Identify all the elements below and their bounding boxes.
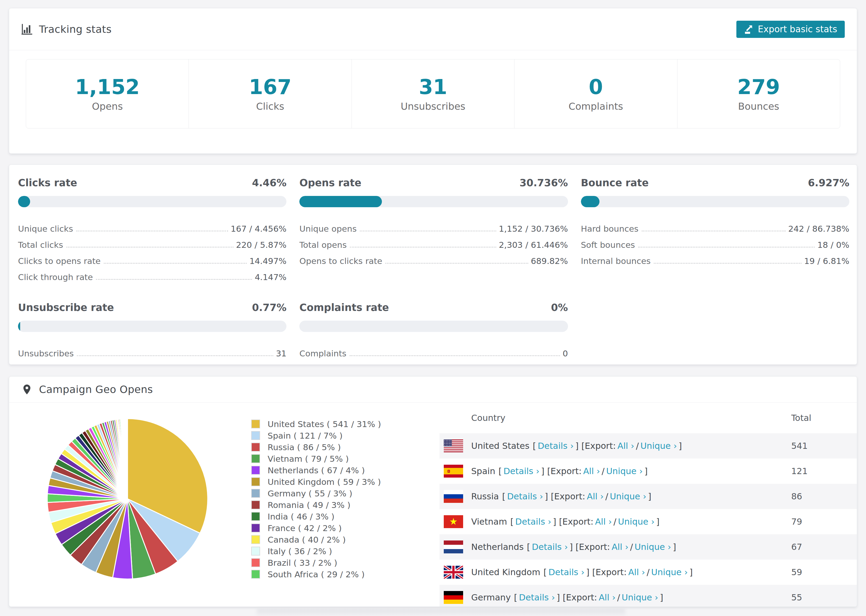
stat-label: Unsubscribes — [401, 101, 466, 112]
legend-item[interactable]: Netherlands ( 67 / 4% ) — [251, 464, 439, 476]
geo-content: United States ( 541 / 31% )Spain ( 121 /… — [9, 402, 857, 607]
rate-row-label: Internal bounces — [581, 256, 651, 266]
rate-row-value: 689.82% — [531, 256, 568, 266]
ru-flag-icon — [444, 490, 463, 503]
details-link[interactable]: Details › — [519, 592, 555, 603]
geo-pie-wrap — [23, 402, 232, 582]
stat-label: Clicks — [256, 101, 284, 112]
table-row: Netherlands[Details ›] [Export:All ›/Uni… — [439, 534, 857, 559]
geo-opens-header: Campaign Geo Opens — [9, 377, 857, 402]
legend-item[interactable]: Romania ( 49 / 3% ) — [251, 499, 439, 511]
stat-label: Complaints — [568, 101, 623, 112]
legend-label: Brazil ( 33 / 2% ) — [268, 558, 337, 567]
legend-label: United Kingdom ( 59 / 3% ) — [268, 477, 381, 487]
legend-item[interactable]: Canada ( 40 / 2% ) — [251, 534, 439, 545]
dotted-leader — [350, 247, 496, 248]
legend-label: Germany ( 55 / 3% ) — [268, 489, 352, 498]
progress-bar-fill — [18, 321, 20, 332]
export-all-link[interactable]: All › — [595, 517, 612, 527]
legend-swatch — [251, 489, 260, 498]
tracking-stats-header: Tracking stats Export basic stats — [9, 8, 857, 50]
export-unique-link[interactable]: Unique › — [622, 592, 658, 603]
legend-item[interactable]: United States ( 541 / 31% ) — [251, 418, 439, 430]
progress-bar-track — [299, 196, 568, 207]
export-unique-link[interactable]: Unique › — [606, 466, 643, 476]
dotted-leader — [654, 263, 801, 264]
geo-table-header: Country Total — [439, 402, 857, 433]
legend-label: India ( 46 / 3% ) — [268, 512, 335, 522]
legend-item[interactable]: Germany ( 55 / 3% ) — [251, 487, 439, 499]
rate-row-label: Opens to clicks rate — [299, 256, 382, 266]
dotted-leader — [77, 355, 273, 356]
rate-row-label: Soft bounces — [581, 240, 635, 250]
legend-swatch — [251, 431, 260, 440]
tracking-stats-card: Tracking stats Export basic stats 1,152O… — [9, 8, 857, 154]
rate-title: Clicks rate — [18, 177, 77, 189]
legend-item[interactable]: United Kingdom ( 59 / 3% ) — [251, 476, 439, 487]
export-unique-link[interactable]: Unique › — [618, 517, 655, 527]
geo-legend: United States ( 541 / 31% )Spain ( 121 /… — [232, 402, 439, 580]
export-unique-link[interactable]: Unique › — [651, 567, 688, 577]
rate-block: Complaints rate0%Complaints0 — [299, 302, 568, 359]
legend-swatch — [251, 523, 260, 533]
legend-label: Italy ( 36 / 2% ) — [268, 546, 332, 556]
progress-bar-fill — [18, 196, 30, 207]
export-all-link[interactable]: All › — [583, 466, 600, 476]
below-fold-element — [257, 608, 625, 616]
progress-bar-track — [18, 196, 287, 207]
rate-title: Opens rate — [299, 177, 361, 189]
rate-row: Total clicks220 / 5.87% — [18, 234, 287, 250]
legend-swatch — [251, 558, 260, 567]
legend-swatch — [251, 512, 260, 521]
rate-block-header: Bounce rate6.927% — [581, 177, 849, 189]
rate-block: Unsubscribe rate0.77%Unsubscribes31 — [18, 302, 287, 359]
geo-table: Country Total United States[Details ›] [… — [439, 402, 857, 607]
details-link[interactable]: Details › — [504, 466, 540, 476]
export-all-link[interactable]: All › — [587, 491, 604, 501]
legend-item[interactable]: India ( 46 / 3% ) — [251, 511, 439, 522]
table-row: United Kingdom[Details ›] [Export:All ›/… — [439, 559, 857, 585]
total-cell: 541 — [791, 441, 857, 451]
export-all-link[interactable]: All › — [612, 542, 628, 552]
export-all-link[interactable]: All › — [628, 567, 645, 577]
legend-label: South Africa ( 29 / 2% ) — [268, 569, 365, 579]
rate-rows: Complaints0 — [299, 343, 568, 359]
country-column-header: Country — [439, 413, 791, 423]
rate-row-value: 167 / 4.456% — [231, 224, 287, 234]
legend-item[interactable]: Brazil ( 33 / 2% ) — [251, 557, 439, 569]
rate-row-label: Unique opens — [299, 224, 357, 234]
details-link[interactable]: Details › — [538, 441, 574, 451]
legend-item[interactable]: France ( 42 / 2% ) — [251, 522, 439, 534]
rate-block-header: Opens rate30.736% — [299, 177, 568, 189]
bar-chart-icon — [21, 24, 33, 35]
export-basic-stats-button[interactable]: Export basic stats — [736, 21, 845, 38]
rate-row-value: 19 / 6.81% — [804, 256, 849, 266]
details-link[interactable]: Details › — [532, 542, 568, 552]
geo-opens-card: Campaign Geo Opens United States ( 541 /… — [9, 376, 857, 607]
legend-swatch — [251, 420, 260, 428]
rate-row: Unsubscribes31 — [18, 343, 287, 359]
legend-label: Spain ( 121 / 7% ) — [268, 431, 343, 440]
rate-rows: Unique clicks167 / 4.456%Total clicks220… — [18, 218, 287, 283]
details-link[interactable]: Details › — [507, 491, 543, 501]
stat-value: 1,152 — [75, 76, 140, 98]
legend-item[interactable]: Spain ( 121 / 7% ) — [251, 430, 439, 441]
export-unique-link[interactable]: Unique › — [640, 441, 677, 451]
export-unique-link[interactable]: Unique › — [635, 542, 671, 552]
rate-row-label: Click through rate — [18, 272, 93, 283]
legend-item[interactable]: Italy ( 36 / 2% ) — [251, 545, 439, 557]
legend-item[interactable]: Vietnam ( 79 / 5% ) — [251, 453, 439, 464]
rate-block: Bounce rate6.927%Hard bounces242 / 86.73… — [581, 177, 849, 283]
rates-grid: Clicks rate4.46%Unique clicks167 / 4.456… — [9, 165, 857, 359]
export-unique-link[interactable]: Unique › — [610, 491, 646, 501]
total-cell: 79 — [791, 517, 857, 527]
details-link[interactable]: Details › — [515, 517, 551, 527]
rate-row: Internal bounces19 / 6.81% — [581, 250, 849, 266]
nl-flag-icon — [444, 541, 463, 553]
export-all-link[interactable]: All › — [617, 441, 635, 451]
legend-item[interactable]: Russia ( 86 / 5% ) — [251, 441, 439, 453]
legend-label: Russia ( 86 / 5% ) — [268, 442, 341, 452]
legend-item[interactable]: South Africa ( 29 / 2% ) — [251, 569, 439, 580]
export-all-link[interactable]: All › — [599, 592, 616, 603]
details-link[interactable]: Details › — [548, 567, 584, 577]
